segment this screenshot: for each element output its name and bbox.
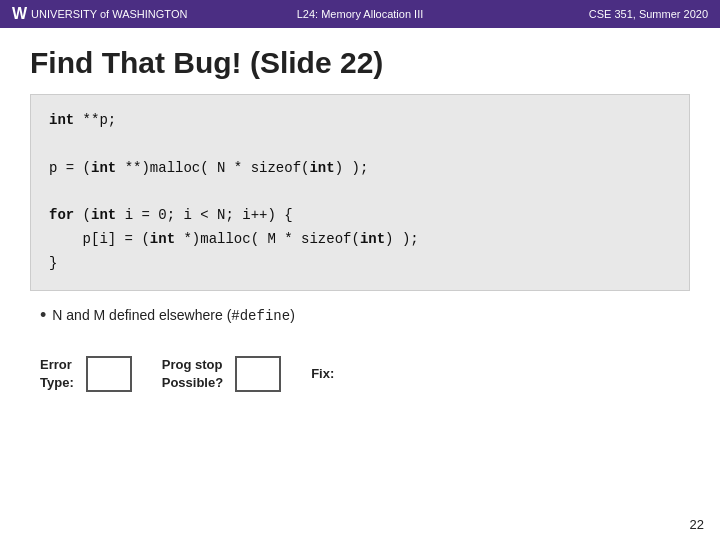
code-line-6: p[i] = (int *)malloc( M * sizeof(int) ); [49, 228, 671, 252]
code-block: int **p; p = (int **)malloc( N * sizeof(… [30, 94, 690, 291]
prog-stop-label-1: Prog stop [162, 356, 223, 374]
error-type-answer-box[interactable] [86, 356, 132, 392]
prog-stop-answer-box[interactable] [235, 356, 281, 392]
error-type-label: Error Type: [40, 356, 74, 392]
bullet-dot: • [40, 305, 46, 326]
bullet-section: • N and M defined elsewhere (#define) [30, 305, 690, 326]
code-line-4 [49, 180, 671, 204]
uw-w-mark: W [12, 5, 27, 23]
prog-stop-label: Prog stop Possible? [162, 356, 223, 392]
code-line-7: } [49, 252, 671, 276]
error-label-2: Type: [40, 374, 74, 392]
prog-stop-label-2: Possible? [162, 374, 223, 392]
university-name: UNIVERSITY of WASHINGTON [31, 8, 187, 20]
bullet-item: • N and M defined elsewhere (#define) [40, 305, 690, 326]
course-info: CSE 351, Summer 2020 [589, 8, 708, 20]
bottom-row: Error Type: Prog stop Possible? Fix: [30, 356, 690, 392]
code-line-5: for (int i = 0; i < N; i++) { [49, 204, 671, 228]
header-bar: W UNIVERSITY of WASHINGTON L24: Memory A… [0, 0, 720, 28]
slide-number: 22 [690, 517, 704, 532]
code-line-2 [49, 133, 671, 157]
main-content: Find That Bug! (Slide 22) int **p; p = (… [0, 28, 720, 402]
fix-label: Fix: [311, 366, 334, 381]
bullet-text: N and M defined elsewhere (#define) [52, 307, 294, 324]
lecture-title: L24: Memory Allocation III [297, 8, 424, 20]
code-line-3: p = (int **)malloc( N * sizeof(int) ); [49, 157, 671, 181]
error-label-1: Error [40, 356, 72, 374]
code-line-1: int **p; [49, 109, 671, 133]
uw-logo: W UNIVERSITY of WASHINGTON [12, 5, 187, 23]
slide-title: Find That Bug! (Slide 22) [30, 46, 690, 80]
